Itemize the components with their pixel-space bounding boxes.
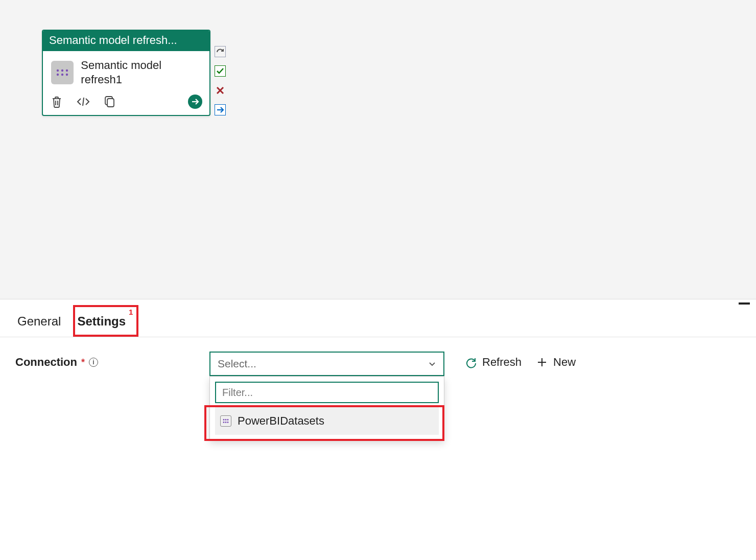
- connection-option-label: PowerBIDatasets: [238, 414, 324, 428]
- pipeline-canvas[interactable]: Semantic model refresh... Semantic model…: [0, 0, 756, 299]
- panel-drag-handle[interactable]: [739, 302, 750, 305]
- info-icon[interactable]: i: [89, 358, 98, 367]
- connection-side-actions: Refresh New: [465, 352, 576, 369]
- svg-point-11: [225, 422, 227, 423]
- properties-tabbar: General Settings: [0, 299, 756, 337]
- svg-point-1: [61, 69, 63, 71]
- svg-point-0: [57, 69, 59, 71]
- activity-card-header: Semantic model refresh...: [43, 31, 209, 51]
- delete-icon[interactable]: [50, 95, 63, 108]
- activity-card-body: Semantic model refresh1: [43, 51, 209, 91]
- refresh-icon: [465, 356, 477, 368]
- activity-card-footer: [43, 91, 209, 115]
- svg-rect-6: [107, 99, 114, 107]
- connection-dropdown-panel: PowerBIDatasets: [209, 376, 444, 440]
- new-button[interactable]: New: [536, 356, 576, 369]
- failure-icon[interactable]: [215, 85, 226, 96]
- copy-icon[interactable]: [103, 95, 116, 108]
- activity-card[interactable]: Semantic model refresh... Semantic model…: [42, 30, 210, 116]
- connection-dropdown[interactable]: Select...: [209, 352, 444, 376]
- svg-point-9: [227, 419, 229, 421]
- success-icon[interactable]: [215, 65, 226, 77]
- settings-tab-content: Connection * i Select...: [0, 337, 756, 390]
- connection-field-label: Connection * i: [15, 352, 189, 369]
- properties-panel: General Settings Connection * i Select..…: [0, 299, 756, 390]
- tab-general[interactable]: General: [15, 309, 63, 337]
- activity-status-column: [215, 46, 226, 115]
- connection-filter-input[interactable]: [215, 382, 439, 403]
- plus-icon: [536, 356, 548, 368]
- chevron-down-icon: [428, 360, 436, 368]
- code-icon[interactable]: [77, 95, 90, 108]
- dataset-small-icon: [220, 415, 231, 427]
- annotation-badge-1: 1: [129, 308, 133, 316]
- connection-dropdown-placeholder: Select...: [218, 358, 256, 370]
- skip-icon[interactable]: [215, 104, 226, 115]
- svg-point-12: [227, 422, 229, 423]
- refresh-button[interactable]: Refresh: [465, 356, 522, 369]
- tab-settings[interactable]: Settings: [75, 309, 128, 337]
- connection-dropdown-wrap: Select...: [209, 352, 444, 376]
- run-activity-button[interactable]: [188, 95, 202, 109]
- refresh-button-label: Refresh: [482, 356, 522, 369]
- svg-point-2: [66, 69, 68, 71]
- new-button-label: New: [553, 356, 576, 369]
- svg-point-5: [66, 73, 68, 75]
- connection-option-powerbidatasets[interactable]: PowerBIDatasets: [215, 407, 439, 435]
- redo-icon[interactable]: [215, 46, 226, 57]
- svg-point-7: [223, 419, 225, 421]
- activity-label[interactable]: Semantic model refresh1: [81, 58, 201, 86]
- connection-label-text: Connection: [15, 356, 77, 369]
- svg-point-10: [223, 422, 225, 423]
- required-star-icon: *: [81, 357, 85, 368]
- svg-point-3: [57, 73, 59, 75]
- dataset-icon: [51, 61, 74, 84]
- svg-point-8: [225, 419, 227, 421]
- svg-point-4: [61, 73, 63, 75]
